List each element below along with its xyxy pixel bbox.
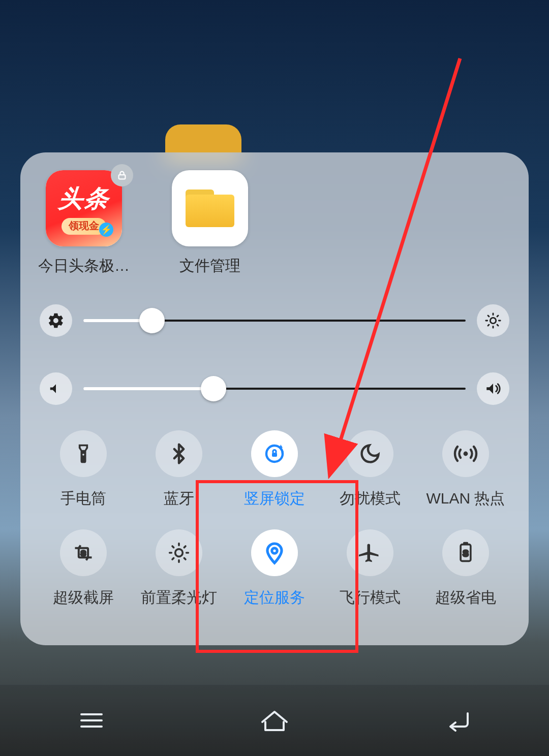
svg-rect-10 [463,542,468,545]
toggle-airplane[interactable]: 飞行模式 [322,529,418,608]
toggle-flashlight[interactable]: 手电筒 [36,430,131,509]
app-icon-text: 头条 [57,182,111,215]
brightness-icon[interactable] [477,304,509,337]
toggle-label: 竖屏锁定 [244,488,305,509]
control-center-panel: 头条 领现金 ⚡ 今日头条极… 文件管理 [20,152,529,645]
toggle-label: 超级截屏 [53,587,114,608]
toggle-rotation-lock[interactable]: 竖屏锁定 [227,430,322,509]
screenshot-icon: S [60,529,107,576]
svg-text:S: S [463,549,469,558]
slider-thumb[interactable] [201,376,226,401]
moon-icon [347,430,393,477]
app-label: 今日头条极… [33,256,135,276]
location-icon [251,529,298,576]
toggle-label: 定位服务 [244,587,305,608]
airplane-icon [347,529,393,576]
svg-point-4 [464,452,468,456]
toggle-location[interactable]: 定位服务 [227,529,322,608]
hotspot-icon [442,430,489,477]
toggle-label: 手电筒 [60,488,106,509]
rotation-lock-icon [251,430,298,477]
bolt-icon: ⚡ [99,223,113,237]
lock-icon [111,164,133,186]
toggle-bluetooth[interactable]: 蓝牙 [131,430,227,509]
toggle-label: WLAN 热点 [426,488,505,509]
toggle-label: 飞行模式 [340,587,401,608]
toggle-label: 勿扰模式 [340,488,401,509]
volume-slider-row [36,372,513,405]
svg-point-8 [272,548,277,553]
toggle-dnd[interactable]: 勿扰模式 [322,430,418,509]
toggle-super-screenshot[interactable]: S 超级截屏 [36,529,131,608]
volume-high-icon[interactable] [477,372,509,405]
brightness-slider[interactable] [83,320,466,322]
flashlight-icon [60,430,107,477]
brightness-slider-row [36,304,513,337]
toggle-front-fill-light[interactable]: 前置柔光灯 [131,529,227,608]
app-icon [172,170,248,246]
toggle-wlan-hotspot[interactable]: WLAN 热点 [418,430,513,509]
system-navigation-bar [0,685,549,756]
toggle-label: 蓝牙 [164,488,194,509]
folder-icon [186,190,234,227]
svg-point-1 [490,318,496,323]
toggle-label: 前置柔光灯 [141,587,217,608]
toggle-label: 超级省电 [435,587,496,608]
nav-recent-button[interactable] [61,700,122,741]
app-shortcuts-row: 头条 领现金 ⚡ 今日头条极… 文件管理 [36,170,513,276]
volume-low-icon[interactable] [40,372,72,405]
bluetooth-icon [156,430,202,477]
svg-point-7 [175,549,183,557]
settings-icon[interactable] [40,304,72,337]
app-shortcut-file-manager[interactable]: 文件管理 [167,170,253,276]
app-label: 文件管理 [159,256,261,276]
app-icon-badge: 领现金 ⚡ [62,218,106,235]
toggle-super-power-save[interactable]: S 超级省电 [418,529,513,608]
svg-rect-0 [119,175,126,179]
quick-toggles-grid: 手电筒 蓝牙 竖屏锁定 勿扰模式 WLAN 热点 [36,430,513,608]
app-shortcut-toutiao[interactable]: 头条 领现金 ⚡ 今日头条极… [41,170,127,276]
nav-home-button[interactable] [244,700,305,741]
battery-icon: S [442,529,489,576]
nav-back-button[interactable] [427,700,488,741]
volume-slider[interactable] [83,388,466,390]
slider-thumb[interactable] [139,308,165,333]
sun-icon [156,529,202,576]
svg-rect-3 [272,453,277,457]
app-icon: 头条 领现金 ⚡ [46,170,122,246]
svg-text:S: S [81,549,86,557]
